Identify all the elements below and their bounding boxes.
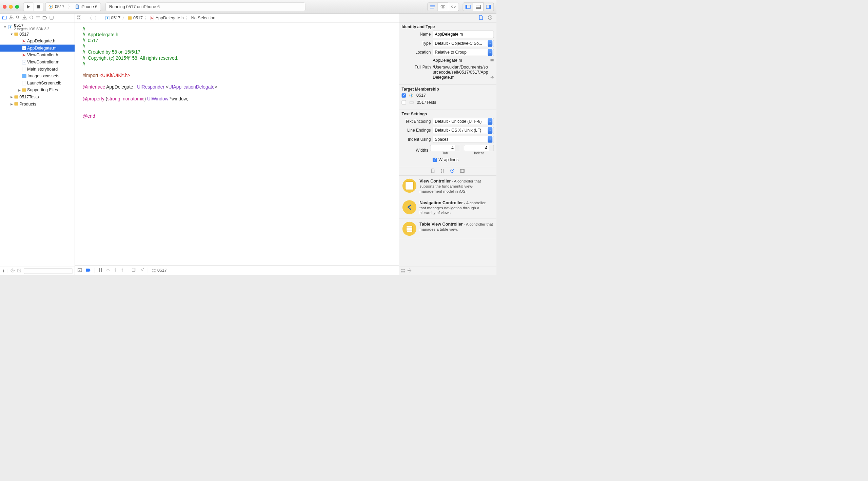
- zoom-window-button[interactable]: [15, 5, 19, 8]
- tree-item[interactable]: LaunchScreen.xib: [0, 80, 75, 87]
- report-navigator-tab[interactable]: [50, 15, 53, 20]
- tree-item[interactable]: ▶Supporting Files: [0, 86, 75, 94]
- tree-item[interactable]: ▶0517Tests: [0, 94, 75, 101]
- find-navigator-tab[interactable]: [16, 15, 20, 20]
- tree-item[interactable]: ▼0517: [0, 31, 75, 38]
- media-library-tab[interactable]: [460, 169, 465, 174]
- recent-filter-button[interactable]: [11, 268, 15, 273]
- location-select[interactable]: Relative to Group▲▼: [433, 49, 494, 56]
- tree-item[interactable]: Main.storyboard: [0, 65, 75, 73]
- name-field[interactable]: [433, 31, 494, 38]
- tree-item-label: Supporting Files: [27, 88, 58, 93]
- type-select[interactable]: Default - Objective-C So...▲▼: [433, 40, 494, 47]
- object-library[interactable]: View Controller - A controller that supp…: [399, 176, 497, 239]
- object-library-tab[interactable]: [450, 169, 454, 174]
- xcode-project-icon: [105, 16, 109, 20]
- tab-width-field[interactable]: [430, 145, 455, 151]
- pause-icon: [99, 268, 102, 272]
- library-grid-view-button[interactable]: [401, 268, 405, 273]
- pause-button[interactable]: [99, 268, 102, 273]
- stop-button[interactable]: [33, 2, 43, 11]
- storyboard-file-icon: [22, 67, 26, 71]
- project-tree[interactable]: ▼ 0517 2 targets, iOS SDK 8.2 ▼0517hAppD…: [0, 22, 75, 267]
- disclosure-triangle-icon[interactable]: ▶: [10, 95, 13, 99]
- quick-help-tab[interactable]: ?: [488, 15, 492, 21]
- project-navigator-tab[interactable]: [2, 15, 7, 20]
- standard-editor-button[interactable]: [428, 2, 438, 11]
- stepper-icon[interactable]: [489, 145, 494, 151]
- stepper-icon[interactable]: [455, 145, 460, 151]
- step-into-icon: [114, 268, 117, 272]
- folder-icon: [14, 95, 18, 98]
- test-navigator-tab[interactable]: [29, 15, 33, 20]
- standard-editor-icon: [430, 5, 435, 8]
- assistant-editor-button[interactable]: [438, 2, 448, 11]
- toggle-navigator-button[interactable]: [463, 2, 473, 11]
- issue-navigator-tab[interactable]: [22, 15, 27, 20]
- forward-button[interactable]: 〉: [94, 15, 99, 21]
- breadcrumb[interactable]: 0517 〉 0517 〉 h AppDelegate.h 〉 No Selec…: [105, 15, 215, 21]
- reveal-button[interactable]: ➜: [490, 75, 494, 80]
- run-button[interactable]: [23, 2, 34, 11]
- simulate-location-button[interactable]: [140, 268, 144, 273]
- activity-status: Running 0517 on iPhone 6: [105, 2, 305, 11]
- breakpoint-navigator-tab[interactable]: [43, 15, 47, 20]
- back-button[interactable]: 〈: [87, 15, 92, 21]
- tree-item[interactable]: hViewController.h: [0, 52, 75, 59]
- target-checkbox-0517[interactable]: ✓: [402, 93, 406, 98]
- close-window-button[interactable]: [3, 5, 6, 8]
- scheme-selector[interactable]: 0517 〉 iPhone 6: [45, 2, 101, 11]
- indent-width-field[interactable]: [464, 145, 489, 151]
- svg-rect-18: [12, 18, 13, 19]
- wrap-lines-checkbox[interactable]: ✓: [433, 158, 437, 162]
- inspector-selector-bar: ?: [399, 14, 497, 22]
- view-debugger-button[interactable]: [132, 268, 136, 273]
- location-label: Location: [402, 50, 431, 55]
- tree-item[interactable]: mViewController.m: [0, 59, 75, 66]
- toggle-debug-area-button[interactable]: [473, 2, 484, 11]
- version-editor-button[interactable]: [448, 2, 459, 11]
- code-snippet-library-tab[interactable]: { }: [440, 169, 444, 174]
- step-into-button[interactable]: [114, 268, 117, 273]
- disclosure-triangle-icon[interactable]: ▶: [18, 88, 21, 92]
- library-item[interactable]: Table View Controller - A controller tha…: [399, 219, 497, 239]
- scheme-target-label: 0517: [55, 4, 64, 9]
- step-out-button[interactable]: [121, 268, 124, 273]
- svg-line-30: [18, 269, 21, 272]
- add-button[interactable]: +: [2, 268, 5, 274]
- tree-project-root[interactable]: ▼ 0517 2 targets, iOS SDK 8.2: [0, 24, 75, 31]
- breakpoints-toggle[interactable]: [86, 268, 91, 273]
- file-template-library-tab[interactable]: [431, 169, 434, 174]
- tree-item[interactable]: mAppDelegate.m: [0, 45, 75, 52]
- stepper-icon: ▲▼: [488, 40, 493, 46]
- symbol-navigator-tab[interactable]: [9, 15, 13, 20]
- disclosure-triangle-icon[interactable]: ▶: [10, 102, 13, 106]
- svg-rect-45: [133, 268, 136, 271]
- file-inspector-tab[interactable]: [479, 15, 483, 21]
- debug-navigator-tab[interactable]: [36, 15, 40, 20]
- tree-item[interactable]: ▶Products: [0, 100, 75, 108]
- scm-filter-button[interactable]: [17, 268, 21, 273]
- process-selector[interactable]: 0517: [152, 268, 167, 273]
- disclosure-triangle-icon[interactable]: ▼: [3, 25, 6, 29]
- library-list-view-button[interactable]: [408, 268, 411, 273]
- library-item[interactable]: View Controller - A controller that supp…: [399, 176, 497, 197]
- encoding-select[interactable]: Default - Unicode (UTF-8)▲▼: [433, 118, 494, 125]
- tree-item[interactable]: hAppDelegate.h: [0, 38, 75, 45]
- source-editor[interactable]: // // AppDelegate.h // 0517 // // Create…: [75, 22, 399, 265]
- indent-using-select[interactable]: Spaces▲▼: [433, 136, 494, 143]
- h-file-icon: h: [22, 39, 26, 43]
- filter-field[interactable]: [24, 268, 73, 274]
- toggle-debug-button[interactable]: [78, 268, 82, 273]
- minimize-window-button[interactable]: [9, 5, 13, 8]
- svg-rect-26: [50, 16, 53, 19]
- target-checkbox-tests[interactable]: [402, 100, 406, 105]
- related-items-button[interactable]: [77, 15, 81, 20]
- toggle-utilities-button[interactable]: [484, 2, 494, 11]
- line-endings-select[interactable]: Default - OS X / Unix (LF)▲▼: [433, 127, 494, 134]
- step-over-button[interactable]: [106, 268, 110, 273]
- choose-location-button[interactable]: [490, 58, 494, 63]
- tree-item[interactable]: Images.xcassets: [0, 73, 75, 80]
- disclosure-triangle-icon[interactable]: ▼: [10, 33, 13, 36]
- library-item[interactable]: Navigation Controller - A controller tha…: [399, 197, 497, 218]
